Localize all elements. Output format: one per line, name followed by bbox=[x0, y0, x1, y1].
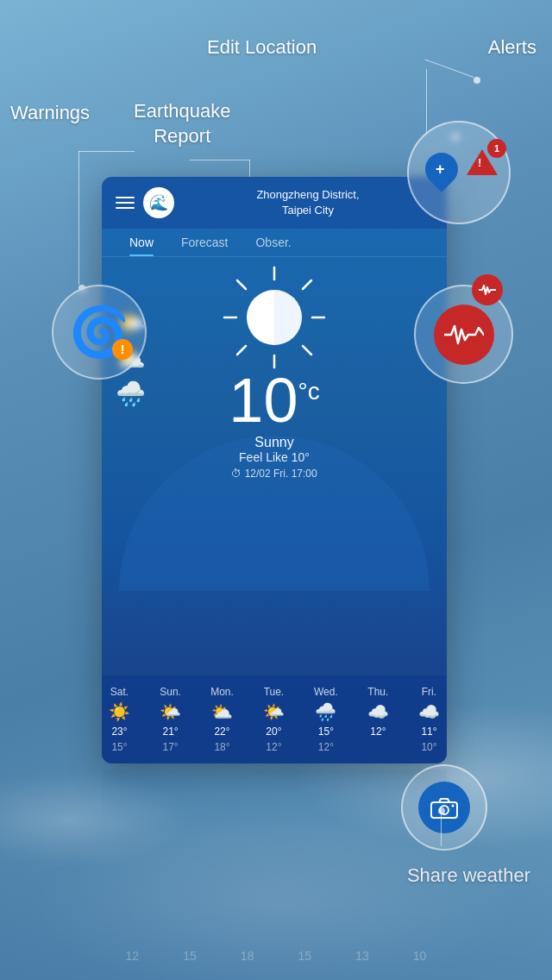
svg-line-5 bbox=[303, 346, 311, 355]
sun-icon bbox=[223, 266, 326, 373]
app-header: 🌊 Zhongzheng District, Taipei City bbox=[102, 177, 447, 229]
temperature-value: 10 bbox=[229, 369, 298, 431]
weather-description: Sunny bbox=[229, 435, 319, 450]
app-container: 🌊 Zhongzheng District, Taipei City Now F… bbox=[102, 177, 447, 763]
edit-location-icons: + ! 1 bbox=[420, 149, 498, 197]
app-logo: 🌊 bbox=[143, 187, 174, 218]
hline-earthquake bbox=[190, 160, 249, 160]
vline-edit-location bbox=[426, 69, 427, 134]
forecast-wed: Wed. 🌧️ 15° 12° bbox=[314, 686, 338, 753]
vline-warnings bbox=[78, 151, 79, 285]
location-line2: Taipei City bbox=[183, 203, 433, 218]
svg-line-7 bbox=[237, 346, 246, 355]
tab-now[interactable]: Now bbox=[116, 229, 167, 256]
location-display: Zhongzheng District, Taipei City bbox=[183, 187, 433, 218]
warnings-circle-button[interactable]: 🌀 ! bbox=[52, 285, 147, 380]
forecast-mon: Mon. ⛅ 22° 18° bbox=[210, 686, 234, 753]
edit-location-label: Edit Location bbox=[207, 36, 317, 59]
temperature-display: 10 °c Sunny Feel Like 10° ⏱ 12/02 Fri. 1… bbox=[229, 369, 319, 480]
datetime-display: ⏱ 12/02 Fri. 17:00 bbox=[229, 468, 319, 480]
app-tabs: Now Forecast Obser. bbox=[102, 229, 447, 257]
alerts-label: Alerts bbox=[488, 36, 536, 59]
pin-plus: + bbox=[436, 160, 445, 179]
earthquake-circle-button[interactable] bbox=[414, 285, 513, 384]
weather-main-area: 🌤️ ⛅ 🌧️ 10 °c Sunny Feel Like 10° ⏱ 12/0… bbox=[102, 257, 447, 499]
tab-forecast[interactable]: Forecast bbox=[167, 229, 242, 256]
location-line1: Zhongzheng District, bbox=[183, 187, 433, 203]
seismic-wave-icon bbox=[444, 323, 484, 347]
alert-count-badge: 1 bbox=[487, 139, 506, 158]
edit-location-circle-button[interactable]: + ! 1 bbox=[407, 121, 511, 224]
temperature-unit: °c bbox=[298, 378, 319, 405]
menu-line-2 bbox=[116, 202, 135, 204]
menu-button[interactable] bbox=[116, 197, 135, 209]
forecast-tue: Tue. 🌤️ 20° 12° bbox=[263, 686, 285, 753]
earthquake-label: Earthquake Report bbox=[134, 99, 231, 148]
reflection-numbers: 12 15 18 15 13 10 bbox=[104, 949, 448, 963]
warning-badge: ! bbox=[112, 339, 133, 360]
location-pin: + bbox=[420, 149, 463, 197]
triangle-exclaim: ! bbox=[478, 156, 481, 169]
hline-warnings bbox=[78, 151, 135, 152]
tab-observations[interactable]: Obser. bbox=[242, 229, 304, 256]
small-wave-icon bbox=[479, 284, 496, 296]
menu-line-1 bbox=[116, 197, 135, 198]
menu-line-3 bbox=[116, 207, 135, 209]
forecast-days: Sat. ☀️ 23° 15° Sun. 🌤️ 21° 17° Mon. ⛅ 2… bbox=[109, 686, 440, 753]
dot-alerts bbox=[474, 77, 480, 84]
forecast-bar: Sat. ☀️ 23° 15° Sun. 🌤️ 21° 17° Mon. ⛅ 2… bbox=[102, 675, 447, 763]
warnings-label: Warnings bbox=[10, 102, 90, 124]
small-seismic-badge bbox=[472, 274, 503, 305]
reflected-app bbox=[102, 770, 447, 839]
forecast-sun: Sun. 🌤️ 21° 17° bbox=[160, 686, 181, 753]
svg-line-4 bbox=[237, 280, 246, 289]
svg-point-11 bbox=[452, 805, 455, 807]
forecast-fri: Fri. ☁️ 11° 10° bbox=[418, 686, 440, 753]
feel-like: Feel Like 10° bbox=[229, 450, 319, 464]
seismic-circle bbox=[434, 305, 494, 365]
forecast-thu: Thu. ☁️ 12° bbox=[367, 686, 389, 753]
side-icon-3: 🌧️ bbox=[116, 380, 146, 408]
line-alerts bbox=[424, 60, 474, 78]
earthquake-text: Earthquake Report bbox=[134, 100, 231, 147]
svg-line-6 bbox=[303, 280, 311, 289]
hurricane-container: 🌀 ! bbox=[69, 308, 129, 356]
forecast-sat: Sat. ☀️ 23° 15° bbox=[109, 686, 130, 753]
alert-triangle-container: ! 1 bbox=[467, 149, 498, 175]
logo-icon: 🌊 bbox=[149, 193, 168, 212]
